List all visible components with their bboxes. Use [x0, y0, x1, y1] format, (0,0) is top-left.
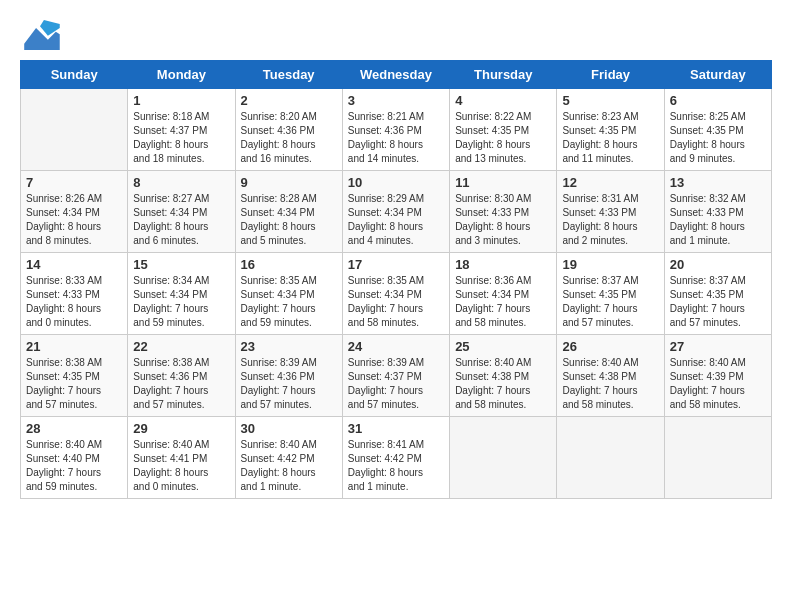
weekday-header-thursday: Thursday — [450, 61, 557, 89]
weekday-header-tuesday: Tuesday — [235, 61, 342, 89]
day-number: 31 — [348, 421, 444, 436]
calendar-cell: 4Sunrise: 8:22 AM Sunset: 4:35 PM Daylig… — [450, 89, 557, 171]
day-number: 20 — [670, 257, 766, 272]
calendar-cell: 14Sunrise: 8:33 AM Sunset: 4:33 PM Dayli… — [21, 253, 128, 335]
calendar-cell: 9Sunrise: 8:28 AM Sunset: 4:34 PM Daylig… — [235, 171, 342, 253]
day-number: 17 — [348, 257, 444, 272]
calendar-cell: 18Sunrise: 8:36 AM Sunset: 4:34 PM Dayli… — [450, 253, 557, 335]
calendar-cell: 5Sunrise: 8:23 AM Sunset: 4:35 PM Daylig… — [557, 89, 664, 171]
calendar-header-row: SundayMondayTuesdayWednesdayThursdayFrid… — [21, 61, 772, 89]
calendar-cell: 20Sunrise: 8:37 AM Sunset: 4:35 PM Dayli… — [664, 253, 771, 335]
day-info: Sunrise: 8:32 AM Sunset: 4:33 PM Dayligh… — [670, 192, 766, 248]
day-number: 1 — [133, 93, 229, 108]
day-number: 12 — [562, 175, 658, 190]
day-info: Sunrise: 8:27 AM Sunset: 4:34 PM Dayligh… — [133, 192, 229, 248]
weekday-header-saturday: Saturday — [664, 61, 771, 89]
calendar-cell — [557, 417, 664, 499]
calendar-cell: 8Sunrise: 8:27 AM Sunset: 4:34 PM Daylig… — [128, 171, 235, 253]
day-info: Sunrise: 8:30 AM Sunset: 4:33 PM Dayligh… — [455, 192, 551, 248]
day-info: Sunrise: 8:29 AM Sunset: 4:34 PM Dayligh… — [348, 192, 444, 248]
day-number: 22 — [133, 339, 229, 354]
calendar-cell: 23Sunrise: 8:39 AM Sunset: 4:36 PM Dayli… — [235, 335, 342, 417]
calendar-cell: 22Sunrise: 8:38 AM Sunset: 4:36 PM Dayli… — [128, 335, 235, 417]
day-number: 26 — [562, 339, 658, 354]
day-number: 16 — [241, 257, 337, 272]
day-number: 5 — [562, 93, 658, 108]
calendar-cell: 31Sunrise: 8:41 AM Sunset: 4:42 PM Dayli… — [342, 417, 449, 499]
day-info: Sunrise: 8:31 AM Sunset: 4:33 PM Dayligh… — [562, 192, 658, 248]
day-number: 18 — [455, 257, 551, 272]
day-number: 13 — [670, 175, 766, 190]
calendar-week-row: 28Sunrise: 8:40 AM Sunset: 4:40 PM Dayli… — [21, 417, 772, 499]
day-number: 4 — [455, 93, 551, 108]
calendar-cell: 7Sunrise: 8:26 AM Sunset: 4:34 PM Daylig… — [21, 171, 128, 253]
calendar-cell: 28Sunrise: 8:40 AM Sunset: 4:40 PM Dayli… — [21, 417, 128, 499]
day-number: 21 — [26, 339, 122, 354]
day-info: Sunrise: 8:18 AM Sunset: 4:37 PM Dayligh… — [133, 110, 229, 166]
logo — [20, 20, 62, 50]
calendar-week-row: 14Sunrise: 8:33 AM Sunset: 4:33 PM Dayli… — [21, 253, 772, 335]
day-number: 9 — [241, 175, 337, 190]
calendar-cell: 24Sunrise: 8:39 AM Sunset: 4:37 PM Dayli… — [342, 335, 449, 417]
calendar-week-row: 1Sunrise: 8:18 AM Sunset: 4:37 PM Daylig… — [21, 89, 772, 171]
weekday-header-wednesday: Wednesday — [342, 61, 449, 89]
calendar-cell: 16Sunrise: 8:35 AM Sunset: 4:34 PM Dayli… — [235, 253, 342, 335]
calendar-cell: 13Sunrise: 8:32 AM Sunset: 4:33 PM Dayli… — [664, 171, 771, 253]
day-info: Sunrise: 8:37 AM Sunset: 4:35 PM Dayligh… — [562, 274, 658, 330]
day-info: Sunrise: 8:28 AM Sunset: 4:34 PM Dayligh… — [241, 192, 337, 248]
calendar-cell: 17Sunrise: 8:35 AM Sunset: 4:34 PM Dayli… — [342, 253, 449, 335]
day-info: Sunrise: 8:37 AM Sunset: 4:35 PM Dayligh… — [670, 274, 766, 330]
day-info: Sunrise: 8:39 AM Sunset: 4:37 PM Dayligh… — [348, 356, 444, 412]
day-number: 8 — [133, 175, 229, 190]
page-header — [20, 20, 772, 50]
calendar-cell: 11Sunrise: 8:30 AM Sunset: 4:33 PM Dayli… — [450, 171, 557, 253]
day-number: 24 — [348, 339, 444, 354]
day-number: 30 — [241, 421, 337, 436]
day-info: Sunrise: 8:40 AM Sunset: 4:38 PM Dayligh… — [562, 356, 658, 412]
logo-icon — [20, 20, 60, 50]
calendar-cell: 25Sunrise: 8:40 AM Sunset: 4:38 PM Dayli… — [450, 335, 557, 417]
day-info: Sunrise: 8:38 AM Sunset: 4:36 PM Dayligh… — [133, 356, 229, 412]
day-info: Sunrise: 8:39 AM Sunset: 4:36 PM Dayligh… — [241, 356, 337, 412]
day-info: Sunrise: 8:41 AM Sunset: 4:42 PM Dayligh… — [348, 438, 444, 494]
day-info: Sunrise: 8:40 AM Sunset: 4:38 PM Dayligh… — [455, 356, 551, 412]
day-number: 25 — [455, 339, 551, 354]
calendar-cell: 10Sunrise: 8:29 AM Sunset: 4:34 PM Dayli… — [342, 171, 449, 253]
day-info: Sunrise: 8:35 AM Sunset: 4:34 PM Dayligh… — [241, 274, 337, 330]
day-info: Sunrise: 8:20 AM Sunset: 4:36 PM Dayligh… — [241, 110, 337, 166]
calendar-cell: 27Sunrise: 8:40 AM Sunset: 4:39 PM Dayli… — [664, 335, 771, 417]
day-number: 2 — [241, 93, 337, 108]
calendar-cell: 29Sunrise: 8:40 AM Sunset: 4:41 PM Dayli… — [128, 417, 235, 499]
day-number: 19 — [562, 257, 658, 272]
day-number: 27 — [670, 339, 766, 354]
calendar-cell: 12Sunrise: 8:31 AM Sunset: 4:33 PM Dayli… — [557, 171, 664, 253]
day-info: Sunrise: 8:34 AM Sunset: 4:34 PM Dayligh… — [133, 274, 229, 330]
calendar-cell: 2Sunrise: 8:20 AM Sunset: 4:36 PM Daylig… — [235, 89, 342, 171]
day-info: Sunrise: 8:38 AM Sunset: 4:35 PM Dayligh… — [26, 356, 122, 412]
day-number: 10 — [348, 175, 444, 190]
day-number: 7 — [26, 175, 122, 190]
day-info: Sunrise: 8:35 AM Sunset: 4:34 PM Dayligh… — [348, 274, 444, 330]
calendar-cell — [664, 417, 771, 499]
calendar-cell: 19Sunrise: 8:37 AM Sunset: 4:35 PM Dayli… — [557, 253, 664, 335]
calendar-cell: 21Sunrise: 8:38 AM Sunset: 4:35 PM Dayli… — [21, 335, 128, 417]
day-info: Sunrise: 8:33 AM Sunset: 4:33 PM Dayligh… — [26, 274, 122, 330]
day-number: 15 — [133, 257, 229, 272]
calendar-week-row: 21Sunrise: 8:38 AM Sunset: 4:35 PM Dayli… — [21, 335, 772, 417]
day-number: 23 — [241, 339, 337, 354]
weekday-header-friday: Friday — [557, 61, 664, 89]
day-info: Sunrise: 8:40 AM Sunset: 4:41 PM Dayligh… — [133, 438, 229, 494]
day-info: Sunrise: 8:40 AM Sunset: 4:40 PM Dayligh… — [26, 438, 122, 494]
day-number: 14 — [26, 257, 122, 272]
calendar-cell: 3Sunrise: 8:21 AM Sunset: 4:36 PM Daylig… — [342, 89, 449, 171]
calendar-cell: 26Sunrise: 8:40 AM Sunset: 4:38 PM Dayli… — [557, 335, 664, 417]
day-info: Sunrise: 8:40 AM Sunset: 4:39 PM Dayligh… — [670, 356, 766, 412]
day-info: Sunrise: 8:36 AM Sunset: 4:34 PM Dayligh… — [455, 274, 551, 330]
day-info: Sunrise: 8:22 AM Sunset: 4:35 PM Dayligh… — [455, 110, 551, 166]
day-info: Sunrise: 8:25 AM Sunset: 4:35 PM Dayligh… — [670, 110, 766, 166]
day-number: 11 — [455, 175, 551, 190]
day-info: Sunrise: 8:40 AM Sunset: 4:42 PM Dayligh… — [241, 438, 337, 494]
day-number: 6 — [670, 93, 766, 108]
weekday-header-monday: Monday — [128, 61, 235, 89]
day-number: 29 — [133, 421, 229, 436]
